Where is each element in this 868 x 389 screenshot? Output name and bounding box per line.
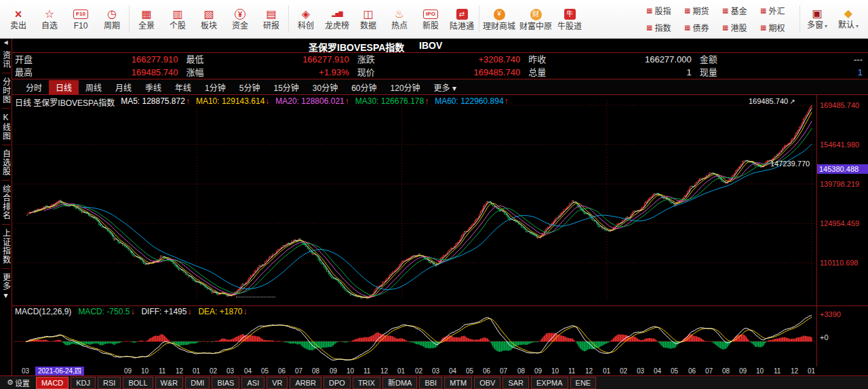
macd-axis-zero-label: +0	[820, 333, 829, 341]
toolbar-data[interactable]: ◫数据	[353, 1, 384, 37]
toolbar-sell[interactable]: ×卖出	[3, 1, 34, 37]
period-tab-daily[interactable]: 日线	[49, 80, 79, 94]
indicator-tab-bar: ⚙设置 MACDKDJRSIBOLLW&RDMIBIASASIVRARBRDPO…	[0, 375, 868, 389]
toolbar-label: 期货	[692, 5, 709, 16]
indicator-tab-vr[interactable]: VR	[267, 377, 288, 389]
market-grid-icon: ▦	[646, 7, 652, 14]
indicator-tab-asi[interactable]: ASI	[241, 377, 264, 389]
macd-panel[interactable]: MACD(12,26,9)MACD: -750.5↓DIFF: +1495↓DE…	[12, 305, 816, 367]
time-label: 07	[500, 367, 507, 375]
period-tab-more[interactable]: 更多 ▾	[427, 80, 463, 94]
indicator-tab-dmi[interactable]: DMI	[185, 377, 210, 389]
indicator-tab-rsi[interactable]: RSI	[98, 377, 121, 389]
indicator-tab-ene[interactable]: ENE	[570, 377, 597, 389]
toolbar-dragon-tiger[interactable]: ▂▅▇龙虎榜	[321, 1, 353, 37]
period-tab-120min[interactable]: 120分钟	[384, 80, 427, 94]
toolbar-f10[interactable]: F10F10	[65, 1, 96, 37]
sectors-icon: ▧	[203, 7, 214, 21]
indicator-tab-sar[interactable]: SAR	[502, 377, 529, 389]
toolbar-panorama[interactable]: ▦全景	[131, 1, 162, 37]
period-tab-1min[interactable]: 1分钟	[198, 80, 233, 94]
star-market-icon: ◈	[302, 7, 310, 21]
indicator-tab-arbr[interactable]: ARBR	[290, 377, 321, 389]
toolbar-default-layout[interactable]: ◆默认▾	[833, 1, 864, 37]
period-tab-monthly[interactable]: 月线	[108, 80, 138, 94]
indicator-tab-kdj[interactable]: KDJ	[71, 377, 96, 389]
period-tab-15min[interactable]: 15分钟	[267, 80, 305, 94]
period-tab-60min[interactable]: 60分钟	[344, 80, 383, 94]
macd-chart[interactable]	[12, 314, 816, 367]
kline-chart[interactable]	[12, 95, 816, 305]
settings-button[interactable]: ⚙设置	[3, 377, 34, 388]
toolbar-bonds[interactable]: ▦债券	[684, 22, 722, 33]
sidebar-item-kline-chart[interactable]: K线图	[1, 109, 12, 145]
toolbar-reports[interactable]: ▤研报	[256, 1, 287, 37]
indicator-tab-boll[interactable]: BOLL	[123, 377, 153, 389]
sidebar-item-news[interactable]: 资讯	[1, 47, 12, 73]
quote-value: 166277.000	[645, 53, 697, 66]
indicator-tab-dpo[interactable]: DPO	[323, 377, 351, 389]
period-tab-weekly[interactable]: 周线	[79, 80, 108, 94]
toolbar-stock-index[interactable]: ▦股指	[646, 5, 684, 16]
toolbar-sectors[interactable]: ▧板块	[193, 1, 224, 37]
time-label: 10	[551, 367, 559, 375]
toolbar-futures[interactable]: ▦期货	[684, 5, 722, 16]
panorama-icon: ▦	[141, 7, 151, 21]
toolbar-star-market[interactable]: ◈科创	[290, 1, 321, 37]
toolbar-funds[interactable]: ▦基金	[722, 5, 760, 16]
indicator-tab-bbi[interactable]: BBI	[419, 377, 442, 389]
toolbar-label: 财富中原	[519, 22, 552, 31]
toolbar-hotspot[interactable]: ♨热点	[384, 1, 415, 37]
quote-field-high: 最高169485.740	[12, 66, 183, 79]
trend-up-icon: ↑	[425, 96, 429, 106]
toolbar-wealth-mall[interactable]: ¥理财商城	[481, 1, 517, 37]
caret-down-icon: ▾	[856, 23, 859, 29]
price-axis-label: 110110.698	[820, 259, 858, 267]
toolbar-hk-stocks[interactable]: ▦港股	[722, 22, 760, 33]
toolbar-capital[interactable]: ¥资金	[224, 1, 256, 37]
trend-up-icon: ↑	[505, 96, 509, 106]
indicator-tab-trix[interactable]: TRIX	[353, 377, 380, 389]
indicator-tab-新dma[interactable]: 新DMA	[382, 377, 417, 389]
indicator-tab-obv[interactable]: OBV	[474, 377, 500, 389]
time-axis: 03 2021-06-24,四 091011120102030405060708…	[12, 367, 816, 375]
toolbar-forex[interactable]: ▦外汇	[760, 5, 798, 16]
toolbar-options[interactable]: ▦期权	[760, 22, 798, 33]
sidebar-item-time-chart[interactable]: 分时图	[1, 73, 12, 108]
collapse-arrow-icon[interactable]: ◀	[3, 39, 7, 47]
indicator-tab-bias[interactable]: BIAS	[212, 377, 239, 389]
quote-field-change: 涨跌+3208.740	[355, 53, 526, 66]
indicator-tab-mtm[interactable]: MTM	[444, 377, 472, 389]
period-tab-realtime[interactable]: 分时	[19, 80, 49, 94]
toolbar-watchlist[interactable]: ☆自选	[34, 1, 65, 37]
period-tab-yearly[interactable]: 年线	[168, 80, 198, 94]
period-tab-5min[interactable]: 5分钟	[233, 80, 267, 94]
toolbar-right-group: ▦股指▦期货▦基金▦外汇▦指数▦债券▦港股▦期权 ▣多窗▾◆默认▾	[646, 1, 868, 37]
toolbar-bull-stock[interactable]: 牛牛股道	[554, 1, 585, 37]
toolbar-hk-connect[interactable]: ⇄陆港通	[446, 1, 477, 37]
period-tab-quarterly[interactable]: 季线	[138, 80, 168, 94]
toolbar-period[interactable]: ◷周期	[96, 1, 127, 37]
gear-icon: ⚙	[7, 378, 14, 387]
indicator-tab-w-r[interactable]: W&R	[155, 377, 184, 389]
toolbar-group-divider	[800, 5, 800, 33]
toolbar-multi-window[interactable]: ▣多窗▾	[802, 1, 833, 37]
toolbar-index[interactable]: ▦指数	[646, 22, 684, 33]
toolbar-stocks[interactable]: ▥个股	[162, 1, 193, 37]
sidebar-item-sse-index[interactable]: 上证指数	[1, 225, 12, 268]
price-axis-label: 124954.459	[820, 219, 859, 227]
period-tab-bar: 分时日线周线月线季线年线1分钟5分钟15分钟30分钟60分钟120分钟更多 ▾	[12, 79, 868, 95]
ma-readout: MA20: 128806.021↑	[275, 96, 349, 108]
indicator-tab-expma[interactable]: EXPMA	[531, 377, 568, 389]
toolbar-ipo[interactable]: IPO新股	[415, 1, 446, 37]
sidebar-item-ranking[interactable]: 综合排名	[1, 181, 12, 224]
sidebar-item-more[interactable]: 更多▾	[1, 269, 12, 305]
toolbar-wealth-center[interactable]: 财财富中原	[517, 1, 554, 37]
top-toolbar: ×卖出☆自选F10F10◷周期▦全景▥个股▧板块¥资金▤研报◈科创▂▅▇龙虎榜◫…	[0, 0, 868, 39]
kline-chart-panel[interactable]: 日线 圣保罗IBOVESPA指数MA5: 128875.872↑MA10: 12…	[12, 95, 816, 305]
indicator-tab-macd[interactable]: MACD	[36, 377, 68, 389]
period-tab-30min[interactable]: 30分钟	[306, 80, 344, 94]
time-label: 10	[347, 367, 354, 375]
time-label: 08	[722, 367, 730, 375]
sidebar-item-watch-stocks[interactable]: 自选股	[1, 145, 12, 180]
